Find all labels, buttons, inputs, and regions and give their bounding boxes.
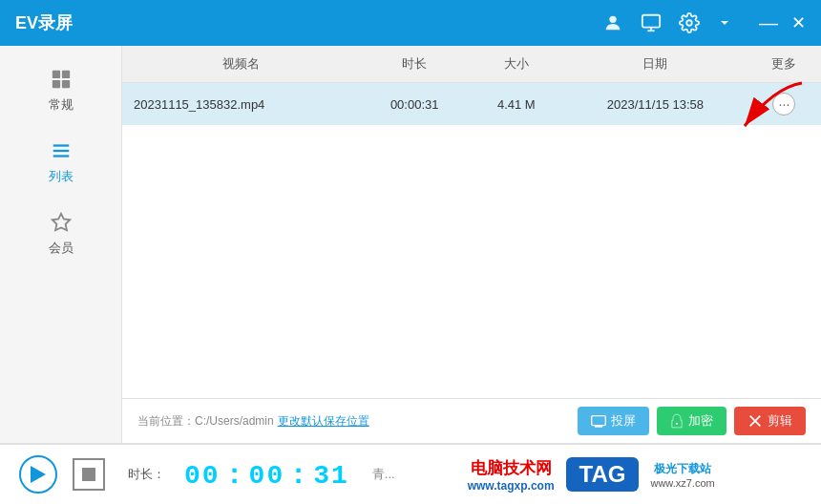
main-layout: 常规 列表 会员 视频名 时长 大小 日期 — [0, 46, 821, 443]
svg-rect-13 — [592, 416, 606, 426]
bottom-bar: 时长： 00：00：31 青... 电脑技术网 www.tagxp.com TA… — [0, 443, 821, 504]
encrypt-button[interactable]: 加密 — [657, 407, 726, 435]
minimize-button[interactable]: — — [759, 13, 778, 32]
action-buttons: 投屏 加密 剪辑 — [578, 407, 806, 435]
file-table: 视频名 时长 大小 日期 更多 20231115_135832.mp4 00:0… — [122, 46, 821, 125]
content-area: 视频名 时长 大小 日期 更多 20231115_135832.mp4 00:0… — [122, 46, 821, 443]
cell-duration: 00:00:31 — [360, 83, 470, 126]
general-icon — [51, 69, 72, 93]
table-header-row: 视频名 时长 大小 日期 更多 — [122, 46, 821, 83]
path-label: 当前位置：C:/Users/admin — [137, 413, 274, 430]
title-bar: EV录屏 — ✕ — [0, 0, 821, 46]
col-header-size: 大小 — [470, 46, 563, 83]
encrypt-button-label: 加密 — [688, 412, 713, 430]
close-button[interactable]: ✕ — [791, 12, 806, 33]
col-header-filename: 视频名 — [122, 46, 360, 83]
path-change-link[interactable]: 更改默认保存位置 — [278, 413, 369, 430]
svg-rect-5 — [52, 71, 59, 78]
settings-icon[interactable] — [679, 12, 700, 33]
sidebar: 常规 列表 会员 — [0, 46, 122, 443]
app-title: EV录屏 — [15, 11, 73, 34]
monitor-icon[interactable] — [641, 12, 662, 33]
svg-marker-18 — [31, 466, 46, 483]
project-button-label: 投屏 — [611, 412, 636, 430]
watermark-line1: 电脑技术网 — [468, 457, 555, 479]
watermark-url: www.tagxp.com — [468, 479, 555, 493]
watermark-tag: TAG — [566, 457, 640, 492]
svg-rect-7 — [52, 80, 59, 88]
sidebar-item-member-label: 会员 — [49, 240, 74, 257]
svg-point-4 — [686, 20, 692, 26]
svg-rect-14 — [595, 426, 602, 428]
list-icon — [51, 140, 72, 164]
content-body: 视频名 时长 大小 日期 更多 20231115_135832.mp4 00:0… — [122, 46, 821, 398]
sidebar-item-general-label: 常规 — [49, 96, 74, 114]
content-footer: 当前位置：C:/Users/admin 更改默认保存位置 投屏 加密 剪辑 — [122, 398, 821, 443]
duration-display: 00：00：31 — [184, 456, 349, 493]
col-header-date: 日期 — [563, 46, 747, 83]
cell-date: 2023/11/15 13:58 — [563, 83, 747, 126]
col-header-duration: 时长 — [360, 46, 470, 83]
project-button[interactable]: 投屏 — [578, 407, 649, 435]
svg-point-15 — [676, 423, 678, 425]
more-button[interactable]: ··· — [772, 93, 795, 116]
status-text: 青... — [372, 466, 395, 483]
play-button[interactable] — [19, 455, 57, 494]
stop-button[interactable] — [73, 458, 105, 491]
svg-rect-19 — [82, 468, 95, 481]
cell-size: 4.41 M — [470, 83, 563, 126]
title-controls: — ✕ — [602, 12, 806, 33]
user-icon[interactable] — [602, 12, 623, 33]
sidebar-item-list-label: 列表 — [49, 168, 74, 185]
cell-filename: 20231115_135832.mp4 — [122, 83, 360, 126]
col-header-more: 更多 — [747, 46, 821, 83]
svg-point-0 — [609, 16, 616, 23]
dropdown-icon[interactable] — [717, 15, 732, 31]
member-icon — [51, 212, 72, 236]
sidebar-item-member[interactable]: 会员 — [0, 199, 121, 270]
cell-more[interactable]: ··· — [747, 83, 821, 126]
sidebar-item-general[interactable]: 常规 — [0, 55, 121, 127]
svg-rect-6 — [61, 71, 69, 78]
cut-button-label: 剪辑 — [768, 412, 792, 430]
sidebar-item-list[interactable]: 列表 — [0, 127, 121, 199]
svg-rect-1 — [642, 15, 660, 28]
table-row: 20231115_135832.mp4 00:00:31 4.41 M 2023… — [122, 83, 821, 126]
window-controls: — ✕ — [759, 12, 806, 33]
duration-label: 时长： — [128, 466, 165, 483]
svg-rect-8 — [61, 80, 69, 88]
cut-button[interactable]: 剪辑 — [734, 407, 806, 435]
